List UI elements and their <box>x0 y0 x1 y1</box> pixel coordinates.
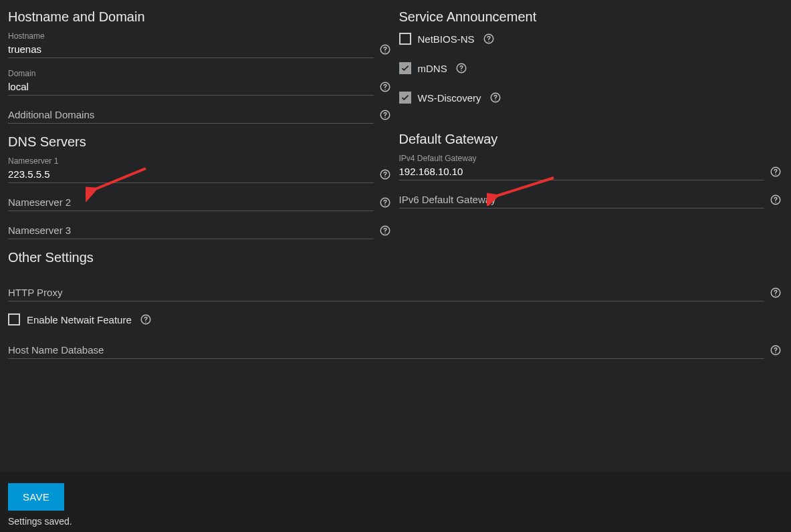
help-icon[interactable] <box>378 195 392 210</box>
section-default-gateway: Default Gateway <box>399 132 784 147</box>
additional-domains-label: Additional Domains <box>8 109 94 120</box>
nameserver3-input[interactable]: Nameserver 3 <box>8 222 374 239</box>
status-message: Settings saved. <box>8 516 783 527</box>
nameserver3-label: Nameserver 3 <box>8 225 71 236</box>
help-icon[interactable] <box>378 108 392 122</box>
help-icon[interactable] <box>378 80 392 94</box>
nameserver2-field: Nameserver 2 <box>8 194 392 211</box>
ipv6-gateway-label: IPv6 Default Gateway <box>399 194 496 205</box>
help-icon[interactable] <box>378 223 392 238</box>
ipv6-gateway-input[interactable]: IPv6 Default Gateway <box>399 191 765 209</box>
help-icon[interactable] <box>768 192 783 207</box>
wsdiscovery-label: WS-Discovery <box>418 92 481 104</box>
hostname-input[interactable] <box>8 42 374 58</box>
section-service-announcement: Service Announcement <box>399 9 784 25</box>
hostname-label: Hostname <box>8 31 374 41</box>
section-other-settings: Other Settings <box>8 250 392 265</box>
hostname-db-field: Host Name Database <box>8 342 783 359</box>
help-icon[interactable] <box>768 343 783 358</box>
mdns-checkbox[interactable] <box>399 62 411 74</box>
domain-input[interactable] <box>8 80 374 96</box>
netbios-label: NetBIOS-NS <box>418 33 475 45</box>
netwait-row: Enable Netwait Feature <box>8 312 783 327</box>
help-icon[interactable] <box>378 167 392 182</box>
http-proxy-field: HTTP Proxy <box>8 284 783 301</box>
netbios-checkbox[interactable] <box>399 33 411 45</box>
nameserver2-label: Nameserver 2 <box>8 196 71 208</box>
help-icon[interactable] <box>454 61 469 76</box>
help-icon[interactable] <box>768 164 783 179</box>
http-proxy-input[interactable]: HTTP Proxy <box>8 284 764 301</box>
ipv4-gateway-label: IPv4 Default Gateway <box>399 154 765 163</box>
additional-domains-input[interactable]: Additional Domains <box>8 106 374 124</box>
hostname-db-input[interactable]: Host Name Database <box>8 342 764 359</box>
hostname-db-label: Host Name Database <box>8 344 104 356</box>
section-dns-servers: DNS Servers <box>8 134 392 150</box>
nameserver1-input[interactable] <box>8 167 374 183</box>
domain-label: Domain <box>8 69 374 78</box>
additional-domains-field: Additional Domains <box>8 106 392 124</box>
mdns-row: mDNS <box>399 61 784 76</box>
mdns-label: mDNS <box>418 63 447 74</box>
netbios-row: NetBIOS-NS <box>399 31 784 46</box>
hostname-field: Hostname <box>8 31 392 58</box>
domain-field: Domain <box>8 69 392 96</box>
nameserver2-input[interactable]: Nameserver 2 <box>8 194 374 211</box>
http-proxy-label: HTTP Proxy <box>8 287 62 298</box>
save-button[interactable]: SAVE <box>8 483 64 511</box>
help-icon[interactable] <box>488 90 503 105</box>
help-icon[interactable] <box>138 312 153 327</box>
netwait-label: Enable Netwait Feature <box>27 314 132 325</box>
ipv4-gateway-field: IPv4 Default Gateway <box>399 154 784 180</box>
wsdiscovery-row: WS-Discovery <box>399 90 784 105</box>
ipv6-gateway-field: IPv6 Default Gateway <box>399 191 784 209</box>
help-icon[interactable] <box>768 285 783 300</box>
netwait-checkbox[interactable] <box>8 313 20 325</box>
help-icon[interactable] <box>378 42 392 57</box>
section-hostname-domain: Hostname and Domain <box>8 9 392 25</box>
help-icon[interactable] <box>481 31 496 46</box>
nameserver1-field: Nameserver 1 <box>8 156 392 183</box>
ipv4-gateway-input[interactable] <box>399 164 765 180</box>
wsdiscovery-checkbox[interactable] <box>399 92 411 104</box>
nameserver3-field: Nameserver 3 <box>8 222 392 239</box>
nameserver1-label: Nameserver 1 <box>8 156 374 166</box>
